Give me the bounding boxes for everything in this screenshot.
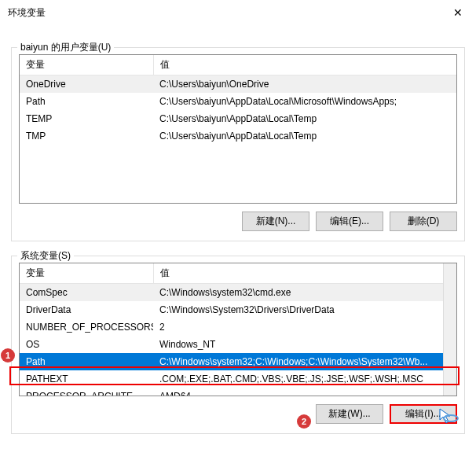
titlebar: 环境变量 ✕	[0, 0, 476, 25]
user-vars-label: baiyun 的用户变量(U)	[17, 41, 114, 54]
table-row[interactable]: TEMP C:\Users\baiyun\AppData\Local\Temp	[20, 110, 456, 127]
system-vars-label: 系统变量(S)	[17, 249, 74, 263]
dialog-title: 环境变量	[8, 6, 46, 20]
cell-val: C:\Windows\System32\Drivers\DriverData	[153, 301, 456, 318]
cell-val: 2	[153, 318, 456, 336]
scrollbar[interactable]	[443, 263, 456, 396]
cell-val: .COM;.EXE;.BAT;.CMD;.VBS;.VBE;.JS;.JSE;.…	[153, 370, 456, 388]
table-row[interactable]: NUMBER_OF_PROCESSORS 2	[20, 318, 456, 336]
user-delete-button[interactable]: 删除(D)	[390, 212, 457, 231]
user-new-button[interactable]: 新建(N)...	[242, 212, 309, 231]
cell-var: ComSpec	[20, 284, 153, 302]
cell-var: PROCESSOR_ARCHITECT...	[20, 388, 153, 396]
table-row[interactable]: OneDrive C:\Users\baiyun\OneDrive	[20, 75, 456, 94]
cell-val: C:\Users\baiyun\AppData\Local\Temp	[153, 127, 456, 145]
cell-var: TEMP	[20, 110, 153, 127]
cell-var: DriverData	[20, 301, 153, 318]
user-vars-table-wrap: 变量 值 OneDrive C:\Users\baiyun\OneDrive P…	[19, 54, 457, 204]
table-row[interactable]: OS Windows_NT	[20, 336, 456, 353]
user-vars-group: baiyun 的用户变量(U) 变量 值 OneDrive C:\Users\b…	[11, 47, 465, 241]
user-vars-table[interactable]: 变量 值 OneDrive C:\Users\baiyun\OneDrive P…	[20, 55, 456, 145]
system-edit-label: 编辑(I)...	[405, 407, 441, 421]
col-value[interactable]: 值	[153, 263, 456, 284]
close-icon: ✕	[453, 6, 463, 19]
cell-var: PATHEXT	[20, 370, 153, 388]
annotation-badge-1: 1	[1, 348, 15, 362]
table-row[interactable]: ComSpec C:\Windows\system32\cmd.exe	[20, 284, 456, 302]
cell-val: C:\Users\baiyun\OneDrive	[153, 75, 456, 94]
table-row[interactable]: TMP C:\Users\baiyun\AppData\Local\Temp	[20, 127, 456, 145]
user-buttons: 新建(N)... 编辑(E)... 删除(D)	[19, 212, 457, 231]
svg-point-1	[444, 415, 458, 421]
system-vars-table-wrap: 变量 值 ComSpec C:\Windows\system32\cmd.exe…	[19, 263, 457, 396]
cell-var: Path	[20, 353, 153, 370]
system-vars-table[interactable]: 变量 值 ComSpec C:\Windows\system32\cmd.exe…	[20, 263, 456, 396]
cell-val: Windows_NT	[153, 336, 456, 353]
cell-val: C:\Users\baiyun\AppData\Local\Microsoft\…	[153, 93, 456, 110]
user-edit-button[interactable]: 编辑(E)...	[316, 212, 383, 231]
system-buttons: 新建(W)... 编辑(I)...	[19, 404, 457, 424]
cell-var: OS	[20, 336, 153, 353]
col-variable[interactable]: 变量	[20, 263, 153, 284]
system-edit-button[interactable]: 编辑(I)...	[390, 404, 457, 424]
col-variable[interactable]: 变量	[20, 55, 153, 75]
cursor-icon	[438, 407, 459, 427]
table-row[interactable]: DriverData C:\Windows\System32\Drivers\D…	[20, 301, 456, 318]
table-header-row: 变量 值	[20, 55, 456, 75]
table-row-selected[interactable]: Path C:\Windows\system32;C:\Windows;C:\W…	[20, 353, 456, 370]
cell-var: NUMBER_OF_PROCESSORS	[20, 318, 153, 336]
table-header-row: 变量 值	[20, 263, 456, 284]
table-row[interactable]: PATHEXT .COM;.EXE;.BAT;.CMD;.VBS;.VBE;.J…	[20, 370, 456, 388]
col-value[interactable]: 值	[153, 55, 456, 75]
svg-marker-0	[440, 409, 450, 423]
cell-val: AMD64	[153, 388, 456, 396]
cell-val: C:\Windows\system32;C:\Windows;C:\Window…	[153, 353, 456, 370]
system-new-button[interactable]: 新建(W)...	[316, 404, 383, 424]
close-button[interactable]: ✕	[440, 0, 476, 25]
cell-val: C:\Users\baiyun\AppData\Local\Temp	[153, 110, 456, 127]
system-vars-group: 系统变量(S) 变量 值 ComSpec C:\Windows\system32…	[11, 256, 465, 434]
cell-var: OneDrive	[20, 75, 153, 94]
cell-var: TMP	[20, 127, 153, 145]
annotation-badge-2: 2	[297, 414, 311, 429]
cell-val: C:\Windows\system32\cmd.exe	[153, 284, 456, 302]
table-row[interactable]: Path C:\Users\baiyun\AppData\Local\Micro…	[20, 93, 456, 110]
table-row[interactable]: PROCESSOR_ARCHITECT... AMD64	[20, 388, 456, 396]
cell-var: Path	[20, 93, 153, 110]
